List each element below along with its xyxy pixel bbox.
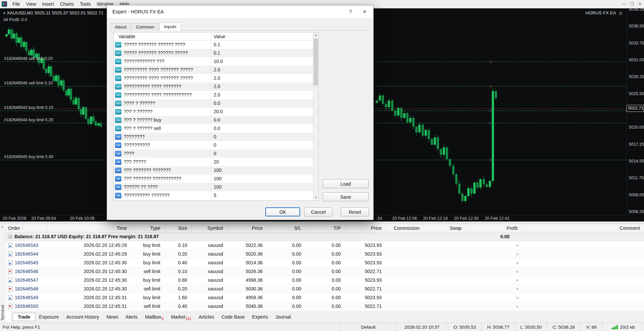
input-value[interactable]: 0 [211, 141, 313, 149]
input-row[interactable]: 12.3???? ? ?????? 0.0 [114, 99, 313, 108]
order-row[interactable]: 182646543 2026.02.20 12:45:29 buy limit … [5, 241, 644, 250]
minimize-chart-icon[interactable]: — [620, 0, 628, 8]
column-header-commission[interactable]: Commission [386, 224, 424, 233]
terminal-tab-articles[interactable]: Articles [195, 313, 218, 321]
column-header-value[interactable]: Value [211, 32, 318, 40]
menu-item-view[interactable]: View [23, 0, 39, 8]
column-header-profit[interactable]: Profit [466, 224, 522, 233]
column-header-type[interactable]: Type [131, 224, 164, 233]
order-row[interactable]: 182646546 2026.02.20 12:45:30 sell limit… [5, 267, 644, 276]
input-value[interactable]: 20.0 [211, 108, 313, 116]
column-header-order[interactable]: Order∕ [5, 224, 47, 233]
input-row[interactable]: 12.3??? ? ?????? sell 0.0 [114, 124, 313, 133]
column-header-time[interactable]: Time [47, 224, 131, 233]
terminal-tab-journal[interactable]: Journal [272, 313, 294, 321]
column-header-swap[interactable]: Swap [424, 224, 466, 233]
input-value[interactable]: 5 [211, 191, 313, 200]
input-row[interactable]: 123??? ????? 20 [114, 158, 313, 166]
menu-item-charts[interactable]: Charts [57, 0, 77, 8]
input-value[interactable]: 0 [211, 149, 313, 158]
input-row[interactable]: 123?????????? 0 [114, 141, 313, 149]
terminal-tab-code-base[interactable]: Code Base [218, 313, 248, 321]
input-value[interactable]: 0.0 [211, 99, 313, 108]
column-header-variable[interactable]: Variable [114, 32, 211, 40]
input-value[interactable]: 10.0 [211, 57, 313, 66]
delete-order-button[interactable]: × [516, 260, 519, 266]
panel-splitter[interactable] [0, 221, 644, 224]
input-value[interactable]: 2.0 [211, 91, 313, 99]
scrollbar-thumb[interactable] [314, 39, 318, 85]
input-row[interactable]: 123???? 0 [114, 149, 313, 158]
input-value[interactable]: 100 [211, 175, 313, 183]
terminal-tab-account-history[interactable]: Account History [63, 313, 103, 321]
input-row[interactable]: 123??? ??????? ??????? 100 [114, 166, 313, 175]
column-header-comment[interactable]: Comment [522, 224, 644, 233]
input-row[interactable]: 12.3????????? ???? ??????? ????? 2.0 [114, 66, 313, 74]
input-value[interactable]: 2.0 [211, 82, 313, 91]
dialog-tab-inputs[interactable]: Inputs [159, 22, 181, 30]
cancel-button[interactable]: Cancel [304, 207, 332, 216]
order-row[interactable]: 182646548 2026.02.20 12:45:30 sell limit… [5, 285, 644, 293]
save-button[interactable]: Save [323, 192, 369, 201]
input-row[interactable]: 12.3?????????? ???? ??????????? 2.0 [114, 91, 313, 99]
order-row[interactable]: 182646545 2026.02.20 12:45:30 buy limit … [5, 259, 644, 267]
dialog-help-button[interactable]: ? [345, 5, 356, 18]
input-value[interactable]: 2.0 [211, 66, 313, 74]
restore-chart-icon[interactable]: ❐ [628, 0, 636, 8]
reset-button[interactable]: Reset [341, 207, 369, 216]
scrollbar[interactable]: ▲ ▼ [313, 32, 318, 200]
dialog-tab-about[interactable]: About [110, 23, 131, 30]
input-row[interactable]: 123???????? 0 [114, 133, 313, 141]
menu-item-file[interactable]: File [9, 0, 23, 8]
scroll-up-icon[interactable]: ▲ [313, 32, 318, 38]
input-value[interactable]: 100 [211, 183, 313, 191]
scroll-down-icon[interactable]: ▼ [313, 195, 318, 200]
terminal-tab-experts[interactable]: Experts [248, 313, 271, 321]
statusbar-profile[interactable]: Default [340, 323, 396, 331]
ok-button[interactable]: OK [265, 207, 300, 216]
input-row[interactable]: 123?????? ?? ???? 100 [114, 183, 313, 191]
delete-order-button[interactable]: × [516, 269, 519, 274]
menu-item-tools[interactable]: Tools [77, 0, 94, 8]
input-row[interactable]: 12.3????????? ???? ??????? ????? 2.0 [114, 74, 313, 82]
column-header-price[interactable]: Price [227, 224, 267, 233]
terminal-tab-news[interactable]: News [103, 313, 122, 321]
input-row[interactable]: 12.3?????????? ???? ??????? 2.0 [114, 82, 313, 91]
input-row[interactable]: 12.3???????????? ??? 10.0 [114, 57, 313, 66]
terminal-tab-trade[interactable]: Trade [13, 313, 35, 321]
chevron-down-icon[interactable]: ▾ [3, 11, 5, 15]
menu-item-insert[interactable]: Insert [39, 0, 57, 8]
symbol-info[interactable]: ▾XAUUSD,M1 5025.11 5025.37 5022.01 5022.… [3, 10, 104, 15]
input-value[interactable]: 2.0 [211, 74, 313, 82]
column-header-symbol[interactable]: Symbol [191, 224, 227, 233]
column-header-price[interactable]: Price [345, 224, 386, 233]
order-row[interactable]: 182646547 2026.02.20 12:45:30 buy limit … [5, 276, 644, 285]
terminal-tab-alerts[interactable]: Alerts [122, 313, 142, 321]
input-row[interactable]: 12.3????? ??????? ?????? ???? 0.1 [114, 41, 313, 49]
delete-order-button[interactable]: × [516, 251, 519, 257]
column-header-t-p[interactable]: T/P [305, 224, 345, 233]
input-value[interactable]: 0.0 [211, 124, 313, 133]
terminal-close-button[interactable]: × [1, 225, 3, 229]
input-value[interactable]: 0.0 [211, 116, 313, 124]
input-row[interactable]: 123??? ??????? ??????????? 100 [114, 175, 313, 183]
input-value[interactable]: 0 [211, 133, 313, 141]
terminal-tab-market[interactable]: Market111 [167, 313, 195, 321]
delete-order-button[interactable]: × [516, 286, 519, 292]
order-row[interactable]: 182646544 2026.02.20 12:45:29 buy limit … [5, 250, 644, 259]
column-header-size[interactable]: Size [164, 224, 191, 233]
terminal-tab-mailbox[interactable]: Mailbox5 [141, 313, 167, 321]
input-value[interactable]: 100 [211, 166, 313, 175]
input-value[interactable]: 20 [211, 158, 313, 166]
input-value[interactable]: 0.1 [211, 41, 313, 49]
delete-order-button[interactable]: × [516, 277, 519, 283]
dialog-close-button[interactable]: ✕ [359, 5, 370, 18]
input-row[interactable]: 123?????????? ??????? 5 [114, 191, 313, 200]
delete-order-button[interactable]: × [516, 295, 519, 301]
ea-badge[interactable]: HORUS FX EA ☺ [585, 10, 623, 15]
dialog-titlebar[interactable]: Expert - HORUS FX EA ? ✕ [107, 5, 373, 18]
close-chart-icon[interactable]: ✕ [636, 0, 644, 8]
column-header-s-l[interactable]: S/L [267, 224, 305, 233]
order-row[interactable]: 182646549 2026.02.20 12:45:31 buy limit … [5, 293, 644, 302]
delete-order-button[interactable]: × [516, 304, 519, 309]
